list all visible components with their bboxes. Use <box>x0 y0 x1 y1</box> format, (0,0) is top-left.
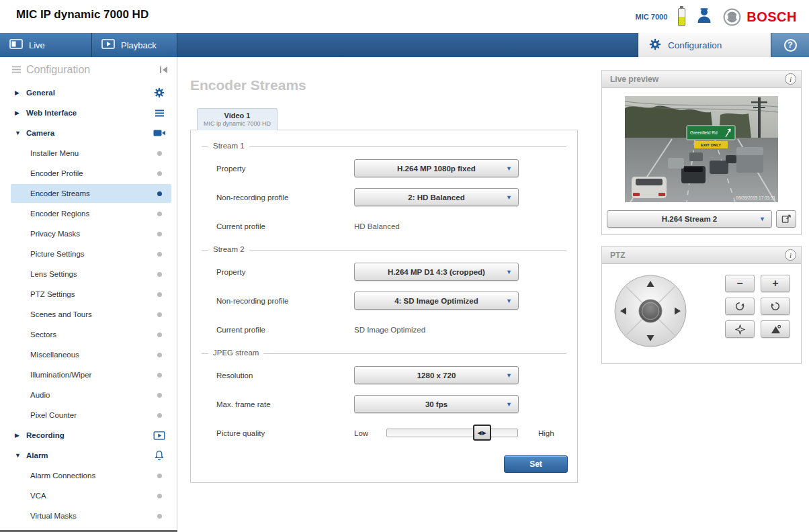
status-dot <box>157 312 162 317</box>
recording-icon <box>150 431 169 440</box>
ptz-pad[interactable] <box>613 273 688 351</box>
chevron-right-icon: ▶ <box>15 109 26 116</box>
quality-low-label: Low <box>354 429 386 437</box>
picture-quality-slider[interactable]: ◀▶ <box>386 429 518 437</box>
sidebar-item-ptz-settings[interactable]: PTZ Settings <box>0 284 177 304</box>
set-button[interactable]: Set <box>504 455 568 473</box>
list-icon <box>150 109 169 117</box>
jpeg-stream-group: JPEG stream Resolution 1280 x 720 ▼ Max.… <box>202 353 566 453</box>
ptz-title: PTZ <box>610 251 626 260</box>
bosch-wordmark: BOSCH <box>747 9 797 25</box>
stream2-profile-select[interactable]: 4: SD Image Optimized ▼ <box>354 292 519 310</box>
sidebar-item-lens-settings[interactable]: Lens Settings <box>0 264 177 284</box>
tab-configuration-label: Configuration <box>668 40 722 50</box>
focus-far-button[interactable] <box>761 298 790 315</box>
zoom-out-button[interactable]: − <box>725 275 755 292</box>
slider-handle[interactable]: ◀▶ <box>473 425 491 441</box>
ptz-body: − + <box>602 264 801 363</box>
zoom-in-button[interactable]: + <box>761 275 790 292</box>
jpeg-framerate-select[interactable]: 30 fps ▼ <box>354 395 519 413</box>
sidebar-item-vca[interactable]: VCA <box>0 486 177 506</box>
preview-timestamp: 09/28/2015 17:03:31 <box>736 195 775 200</box>
stream2-current-profile-value: SD Image Optimized <box>354 326 425 334</box>
sidebar-title: Configuration <box>26 64 90 76</box>
sidebar-item-recording[interactable]: ▶ Recording <box>0 425 177 445</box>
collapse-sidebar-icon[interactable] <box>159 66 169 74</box>
tab-video-1[interactable]: Video 1 MIC ip dynamic 7000 HD <box>197 108 278 130</box>
sidebar-item-installer-menu[interactable]: Installer Menu <box>0 143 177 163</box>
page: MIC IP dynamic 7000 HD MIC 7000 BOSCH Li… <box>0 0 809 532</box>
sidebar-item-web-interface[interactable]: ▶ Web Interface <box>0 103 177 123</box>
sidebar-item-encoder-profile[interactable]: Encoder Profile <box>0 163 177 183</box>
sidebar-header: Configuration <box>0 57 177 83</box>
rotate-cw-icon <box>770 301 781 312</box>
sidebar-item-picture-settings[interactable]: Picture Settings <box>0 244 177 264</box>
stream1-property-select[interactable]: H.264 MP 1080p fixed ▼ <box>354 159 519 177</box>
focus-near-button[interactable] <box>725 298 755 315</box>
sidebar-item-general[interactable]: ▶ General <box>0 83 177 103</box>
stream-2-group: Stream 2 Property H.264 MP D1 4:3 (cropp… <box>202 250 566 351</box>
chevron-down-icon: ▼ <box>506 194 512 201</box>
info-icon[interactable]: i <box>785 73 796 85</box>
tab-live-label: Live <box>29 40 45 50</box>
configuration-menu-icon <box>12 64 21 76</box>
illumination-button[interactable] <box>725 320 755 338</box>
sidebar-item-sectors[interactable]: Sectors <box>0 324 177 345</box>
sidebar-item-virtual-masks[interactable]: Virtual Masks <box>0 506 177 526</box>
sidebar-item-alarm[interactable]: ▼ Alarm <box>0 445 177 466</box>
sidebar-item-encoder-streams[interactable]: Encoder Streams <box>0 183 177 204</box>
content-area: Configuration ▶ General ▶ Web Interface <box>0 57 809 532</box>
gear-icon <box>150 87 169 98</box>
sidebar-item-scenes-and-tours[interactable]: Scenes and Tours <box>0 304 177 324</box>
sidebar-item-camera[interactable]: ▼ Camera <box>0 123 177 143</box>
mountain-icon <box>770 324 781 335</box>
status-dot <box>157 494 162 498</box>
sidebar-item-miscellaneous[interactable]: Miscellaneous <box>0 345 177 365</box>
stream-2-legend: Stream 2 <box>208 245 249 253</box>
sidebar-item-illumination-wiper[interactable]: Illumination/Wiper <box>0 365 177 385</box>
sidebar-item-encoder-regions[interactable]: Encoder Regions <box>0 204 177 224</box>
property-label: Property <box>216 165 354 173</box>
tab-live[interactable]: Live <box>0 33 92 57</box>
sidebar-item-privacy-masks[interactable]: Privacy Masks <box>0 224 177 244</box>
chevron-down-icon: ▼ <box>759 216 765 222</box>
ir-mode-button[interactable] <box>761 320 790 338</box>
help-button[interactable]: ? <box>771 33 809 57</box>
popout-icon <box>781 214 792 224</box>
tab-configuration[interactable]: Configuration <box>638 33 771 57</box>
sidebar-item-alarm-connections[interactable]: Alarm Connections <box>0 466 177 486</box>
tab-playback[interactable]: Playback <box>92 33 177 57</box>
open-in-new-window-button[interactable] <box>776 210 796 228</box>
stream-1-group: Stream 1 Property H.264 MP 1080p fixed ▼… <box>202 146 566 247</box>
user-icon <box>696 7 712 27</box>
info-icon[interactable]: i <box>785 249 796 261</box>
non-recording-profile-label: Non-recording profile <box>216 193 354 202</box>
preview-stream-row: H.264 Stream 2 ▼ <box>607 210 796 228</box>
chevron-down-icon: ▼ <box>15 452 26 459</box>
app-header: MIC IP dynamic 7000 HD MIC 7000 BOSCH <box>0 0 809 33</box>
status-dot <box>157 393 162 398</box>
help-icon: ? <box>784 39 797 52</box>
preview-stream-select[interactable]: H.264 Stream 2 ▼ <box>607 210 772 228</box>
status-dot <box>157 292 162 297</box>
chevron-down-icon: ▼ <box>506 298 512 304</box>
status-dot-selected <box>157 191 162 196</box>
jpeg-resolution-select[interactable]: 1280 x 720 ▼ <box>354 366 519 384</box>
ptz-panel: PTZ i <box>601 246 802 364</box>
live-icon <box>9 39 23 51</box>
sidebar-item-audio[interactable]: Audio <box>0 385 177 405</box>
chevron-down-icon: ▼ <box>506 401 512 408</box>
tab-playback-label: Playback <box>121 40 157 50</box>
status-dot <box>157 252 162 257</box>
chevron-down-icon: ▼ <box>506 269 512 275</box>
encoder-streams-panel: Stream 1 Property H.264 MP 1080p fixed ▼… <box>190 130 578 483</box>
resolution-label: Resolution <box>216 371 354 380</box>
playback-icon <box>101 39 115 51</box>
chevron-right-icon: ▶ <box>15 89 26 96</box>
quality-high-label: High <box>538 429 554 437</box>
bosch-logo: BOSCH <box>723 8 797 26</box>
stream-1-legend: Stream 1 <box>208 142 249 150</box>
stream1-profile-select[interactable]: 2: HD Balanced ▼ <box>354 188 519 206</box>
sidebar-item-pixel-counter[interactable]: Pixel Counter <box>0 405 177 425</box>
stream2-property-select[interactable]: H.264 MP D1 4:3 (cropped) ▼ <box>354 263 519 281</box>
